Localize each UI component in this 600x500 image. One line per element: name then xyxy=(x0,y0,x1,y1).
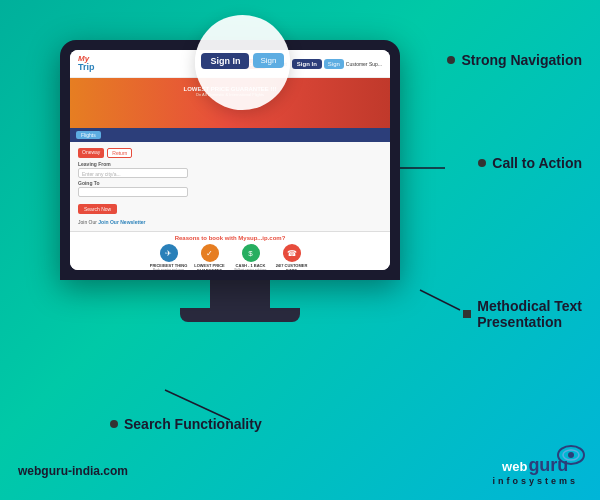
webguru-icon xyxy=(556,443,586,471)
reasons-grid: ✈ PRICE/BEST THING Book smarter and save… xyxy=(76,244,384,270)
going-to-input[interactable] xyxy=(78,187,188,197)
svg-line-2 xyxy=(420,290,460,310)
label-call-to-action: Call to Action xyxy=(492,155,582,171)
leaving-from-label: Leaving From xyxy=(78,161,382,167)
reason-cash: $ CASH - 1 BACK Brilliant saving solutio… xyxy=(232,244,270,270)
webguru-infosystems: infosystems xyxy=(492,476,578,486)
reason-care: ☎ 24/7 CUSTOMER CARE Always available xyxy=(273,244,311,270)
annotation-cta: Call to Action xyxy=(478,155,582,171)
search-area: Oneway Return Leaving From Enter any cit… xyxy=(70,142,390,232)
reason-icon-lowest: ✓ xyxy=(201,244,219,262)
webguru-logo: web guru infosystems xyxy=(492,455,578,486)
label-search-functionality: Search Functionality xyxy=(124,416,262,432)
label-methodical-text: Methodical Text xyxy=(477,298,582,314)
annotation-dot-cta xyxy=(478,159,486,167)
label-strong-navigation: Strong Navigation xyxy=(461,52,582,68)
tab-flights[interactable]: Flights xyxy=(76,131,101,139)
leaving-from-input[interactable]: Enter any city/a... xyxy=(78,168,188,178)
reason-icon-care: ☎ xyxy=(283,244,301,262)
callout-signin2-btn: Sign xyxy=(253,53,283,68)
reasons-section: Reasons to book with Mysup...ip.com? ✈ P… xyxy=(70,232,390,270)
annotation-dot-nav xyxy=(447,56,455,64)
annotation-dot-methodical xyxy=(463,310,471,318)
newsletter-row: Join Our Join Our Newsletter xyxy=(78,219,382,225)
nav-customer-support[interactable]: Customer Sup... xyxy=(346,61,382,67)
reason-label-care: 24/7 CUSTOMER CARE xyxy=(273,264,311,270)
newsletter-label[interactable]: Join Our Newsletter xyxy=(98,219,145,225)
callout-navigation: Sign In Sign xyxy=(195,15,290,110)
trip-type-row: Oneway Return xyxy=(78,148,382,158)
website-url: webguru-india.com xyxy=(18,464,128,478)
reason-price: ✈ PRICE/BEST THING Book smarter and save xyxy=(150,244,188,270)
reason-label-lowest: LOWEST PRICE GUARANTEE xyxy=(191,264,229,270)
reason-icon-price: ✈ xyxy=(160,244,178,262)
nav-signin-btn[interactable]: Sign In xyxy=(292,59,322,69)
monitor-stand-base xyxy=(180,308,300,322)
label-presentation: Presentation xyxy=(477,314,582,330)
screen-tabs: Flights xyxy=(70,128,390,142)
return-btn[interactable]: Return xyxy=(107,148,132,158)
annotation-methodical: Methodical Text Presentation xyxy=(463,298,582,330)
callout-nav-inner: Sign In Sign xyxy=(201,53,283,73)
webguru-brand: web guru xyxy=(502,455,568,476)
screen-logo: My Trip xyxy=(78,55,95,72)
nav-signin2-btn[interactable]: Sign xyxy=(324,59,344,69)
svg-point-6 xyxy=(568,452,574,458)
reason-icon-cash: $ xyxy=(242,244,260,262)
search-now-btn[interactable]: Search Now xyxy=(78,204,117,214)
oneway-btn[interactable]: Oneway xyxy=(78,148,104,158)
annotation-strong-nav: Strong Navigation xyxy=(447,52,582,68)
reason-lowest: ✓ LOWEST PRICE GUARANTEE Lowest Price xyxy=(191,244,229,270)
reason-sub-cash: Brilliant saving solutions xyxy=(232,269,270,270)
webguru-web-text: web xyxy=(502,459,527,474)
annotation-dot-search xyxy=(110,420,118,428)
reason-sub-price: Book smarter and save xyxy=(150,269,188,270)
reasons-title: Reasons to book with Mysup...ip.com? xyxy=(76,235,384,241)
monitor-stand-neck xyxy=(210,280,270,308)
going-to-label: Going To xyxy=(78,180,382,186)
callout-signin-btn: Sign In xyxy=(201,53,249,69)
annotation-search: Search Functionality xyxy=(110,416,262,432)
